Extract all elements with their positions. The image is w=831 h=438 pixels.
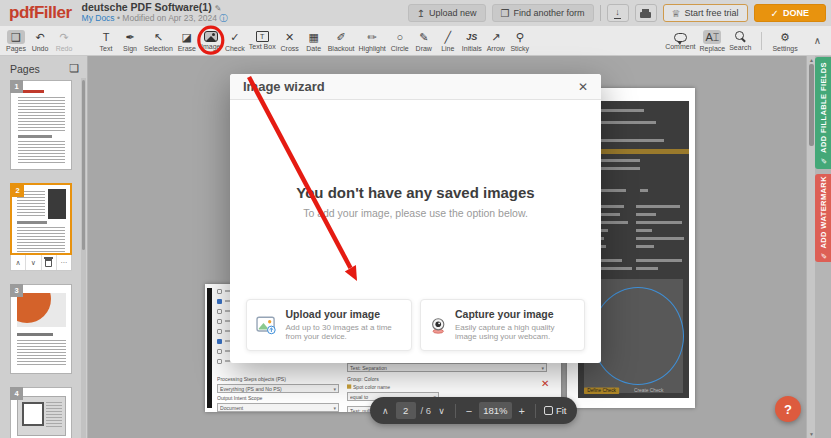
tool-sticky[interactable]: ⚲Sticky <box>508 29 532 53</box>
fillable-fields-icon: ✎ <box>819 155 828 164</box>
remove-check-icon[interactable]: ✕ <box>541 378 549 389</box>
done-button[interactable]: ✓DONE <box>754 4 826 22</box>
tool-undo[interactable]: ↶Undo <box>28 29 52 53</box>
move-page-up-button[interactable]: ∧ <box>11 255 26 270</box>
text-line <box>636 259 682 262</box>
close-icon[interactable]: ✕ <box>578 80 588 94</box>
delete-page-button[interactable] <box>42 255 57 270</box>
processing-steps-select[interactable]: Everything (PS and No PS)▾ <box>217 384 339 393</box>
thumbnail-page-preview[interactable]: 2 <box>10 183 72 255</box>
tool-selection[interactable]: ↖Selection <box>142 29 175 53</box>
done-label: DONE <box>783 8 809 18</box>
spot-color-row: Spot color name <box>347 384 522 389</box>
tool-pages[interactable]: ❑Pages <box>4 29 28 53</box>
page-thumbnail-2[interactable]: 2∧∨··· <box>10 183 72 271</box>
tool-search[interactable]: Search <box>727 30 753 52</box>
fit-button[interactable]: Fit <box>544 405 567 416</box>
edit-title-icon[interactable]: ✎ <box>215 4 222 13</box>
start-free-trial-button[interactable]: ♕Start free trial <box>663 4 748 22</box>
trash-icon <box>45 259 52 267</box>
scrollbar-thumb[interactable] <box>809 64 814 146</box>
tool-check[interactable]: ✓Check <box>223 29 247 53</box>
checkbox-icon <box>217 299 222 304</box>
more-options-button[interactable]: ··· <box>57 255 71 270</box>
zoom-level-value[interactable]: 181% <box>479 402 511 419</box>
tool-sign[interactable]: ✒Sign <box>118 29 142 53</box>
page-thumbnail-4[interactable]: 4 <box>10 387 72 438</box>
sidebar-scrollbar-thumb[interactable] <box>82 80 85 250</box>
download-button[interactable]: ↓ <box>607 4 629 22</box>
tool-label: Initials <box>462 45 482 52</box>
tool-highlight[interactable]: ✏Highlight <box>357 29 388 53</box>
find-another-form-label: Find another form <box>514 8 585 18</box>
collapse-toolbar-chevron-icon[interactable]: ∧ <box>808 35 827 46</box>
tool-blackout[interactable]: ✐Blackout <box>326 29 357 53</box>
text-line <box>636 237 684 240</box>
previous-page-button[interactable]: ∧ <box>380 406 391 416</box>
zoom-out-button[interactable]: − <box>464 405 474 417</box>
thumbnail-page-preview[interactable]: 1 <box>10 80 72 170</box>
side-tab-rail: ✎ ADD FILLABLE FIELDS ✎ ADD WATERMARK <box>815 56 831 438</box>
tool-label: Line <box>441 45 454 52</box>
move-page-down-button[interactable]: ∨ <box>26 255 41 270</box>
pdffiller-logo: pdfFiller <box>9 3 72 23</box>
tool-settings[interactable]: ⚙Settings <box>770 29 799 53</box>
pill-divider <box>455 404 456 418</box>
spot-color-icon <box>347 384 351 388</box>
page-content-dark-bar <box>207 288 212 408</box>
print-button[interactable] <box>635 4 657 22</box>
print-icon <box>640 12 651 18</box>
tool-arrow[interactable]: ↗Arrow <box>484 29 508 53</box>
page-thumbnail-1[interactable]: 1 <box>10 80 72 170</box>
toolbar-main-group: ❑Pages↶Undo↷RedoTText✒Sign↖Selection◪Era… <box>4 29 532 53</box>
tool-image[interactable]: Image <box>199 30 223 51</box>
tool-circle[interactable]: ○Circle <box>388 29 412 53</box>
upload-new-button[interactable]: ↥Upload new <box>408 4 486 22</box>
group-colors-text: Group: Colors <box>347 376 522 381</box>
tool-text-box[interactable]: TText Box <box>247 30 278 51</box>
output-intent-value: Document <box>220 405 243 410</box>
tool-text[interactable]: TText <box>94 29 118 53</box>
add-fillable-fields-tab[interactable]: ✎ ADD FILLABLE FIELDS <box>815 57 831 169</box>
editing-toolbar: ❑Pages↶Undo↷RedoTText✒Sign↖Selection◪Era… <box>0 26 831 56</box>
next-page-button[interactable]: ∨ <box>436 406 447 416</box>
thumbnail-page-preview[interactable]: 4 <box>10 387 72 438</box>
check-icon: ✓ <box>226 30 244 44</box>
fillable-fields-label: ADD FILLABLE FIELDS <box>819 62 828 153</box>
watermark-label: ADD WATERMARK <box>819 176 828 249</box>
rearrange-pages-icon[interactable]: ❏ <box>69 62 79 75</box>
add-watermark-tab[interactable]: ✎ ADD WATERMARK <box>815 174 831 262</box>
tool-initials[interactable]: JSInitials <box>460 29 484 53</box>
current-page-input[interactable]: 2 <box>396 402 416 419</box>
find-another-form-button[interactable]: ❐Find another form <box>492 4 594 22</box>
text-line <box>636 213 656 216</box>
tool-draw[interactable]: ✎Draw <box>412 29 436 53</box>
help-button[interactable]: ? <box>775 396 801 422</box>
upload-image-card[interactable]: Upload your image Add up to 30 images at… <box>246 299 412 351</box>
upload-card-text: Upload your image Add up to 30 images at… <box>285 308 401 342</box>
zoom-in-button[interactable]: + <box>517 405 527 417</box>
breadcrumb[interactable]: My Docs <box>82 13 115 23</box>
tool-line[interactable]: ╱Line <box>436 29 460 53</box>
tool-erase[interactable]: ◪Erase <box>175 29 199 53</box>
vertical-scrollbar[interactable]: ▲ ▼ <box>806 56 815 438</box>
capture-image-card[interactable]: Capture your image Easily capture a high… <box>420 299 586 351</box>
output-intent-select[interactable]: Document▾ <box>217 403 339 412</box>
spot-color-text: Spot color name <box>353 384 390 389</box>
tool-replace[interactable]: A⌶Replace <box>698 29 728 53</box>
tool-cross[interactable]: ✕Cross <box>278 29 302 53</box>
initials-icon: JS <box>463 30 481 44</box>
upload-image-icon <box>256 312 276 339</box>
sidebar-scrollbar[interactable] <box>81 78 86 438</box>
tool-label: Replace <box>700 45 726 52</box>
page-thumbnail-3[interactable]: 3 <box>10 284 72 374</box>
page-thumbnail-list: 12∧∨···34 <box>0 80 81 438</box>
capture-card-description: Easily capture a high quality image usin… <box>455 323 575 342</box>
thumbnail-page-preview[interactable]: 3 <box>10 284 72 374</box>
tool-date[interactable]: ▦Date <box>302 29 326 53</box>
tool-comment[interactable]: Comment <box>663 30 697 51</box>
checkbox-icon <box>217 349 222 354</box>
info-icon[interactable]: ⓘ <box>219 13 228 23</box>
page-navigation-bar: ∧ 2 / 6 ∨ − 181% + Fit <box>370 397 577 424</box>
text-icon: T <box>97 30 115 44</box>
